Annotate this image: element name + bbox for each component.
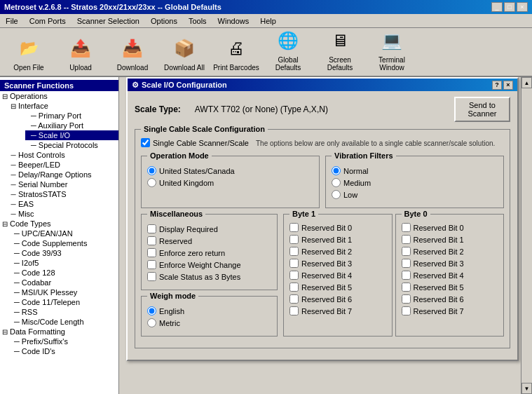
- enforce-weight-label: Enforce Weight Change: [159, 261, 241, 269]
- byte1-bit7: Reserved Bit 7: [289, 306, 386, 315]
- upload-button[interactable]: 📤 Upload: [56, 33, 105, 73]
- reserved-checkbox[interactable]: [147, 236, 156, 245]
- sidebar-item-code-supplements[interactable]: ─ Code Supplements: [8, 238, 118, 248]
- byte1-bit5-checkbox[interactable]: [289, 283, 299, 292]
- byte1-bit7-checkbox[interactable]: [289, 306, 299, 315]
- sidebar-item-auxiliary-port[interactable]: ─ Auxiliary Port: [25, 121, 118, 130]
- sidebar-item-interface[interactable]: ⊟Interface: [8, 101, 118, 111]
- operation-mode-group: Operation Mode United States/Canada Unit…: [141, 156, 320, 208]
- terminal-window-button[interactable]: 💻 Terminal Window: [367, 25, 416, 73]
- toolbar: 📂 Open File 📤 Upload 📥 Download 📦 Downlo…: [0, 28, 532, 77]
- sidebar-item-primary-port[interactable]: ─ Primary Port: [25, 111, 118, 121]
- sidebar-item-misc-code-length[interactable]: ─ Misc/Code Length: [8, 317, 118, 327]
- sidebar-item-operations[interactable]: ⊟Operations: [0, 91, 118, 101]
- maximize-button[interactable]: □: [504, 2, 515, 12]
- menu-help[interactable]: Help: [257, 16, 279, 26]
- scroll-down-arrow[interactable]: ▼: [521, 383, 532, 394]
- scale-type-value: AWTX T702 (or None) (Type A,X,N): [195, 104, 328, 114]
- menu-com-ports[interactable]: Com Ports: [27, 16, 69, 26]
- byte1-bit0-checkbox[interactable]: [289, 223, 299, 232]
- sidebar-item-rss[interactable]: ─ RSS: [8, 307, 118, 317]
- operation-vibration-row: Operation Mode United States/Canada Unit…: [141, 156, 504, 214]
- sidebar-item-prefix-suffix[interactable]: ─ Prefix/Suffix's: [8, 337, 118, 346]
- radio-us-canada-input[interactable]: [147, 166, 156, 175]
- byte0-bit0: Reserved Bit 0: [402, 223, 498, 232]
- byte0-bit7-checkbox[interactable]: [402, 306, 411, 315]
- byte1-bit6-checkbox[interactable]: [289, 294, 299, 304]
- download-button[interactable]: 📥 Download: [108, 33, 157, 73]
- open-file-label: Open File: [13, 64, 43, 72]
- byte1-bit4-checkbox[interactable]: [289, 271, 299, 280]
- screen-defaults-button[interactable]: 🖥 Screen Defaults: [315, 25, 364, 73]
- sidebar-item-delay-range[interactable]: ─Delay/Range Options: [8, 170, 118, 179]
- byte1-bit2-checkbox[interactable]: [289, 247, 299, 256]
- single-cable-checkbox-label: Single Cable Scanner/Scale: [153, 139, 249, 147]
- radio-metric-input[interactable]: [147, 318, 156, 327]
- menu-windows[interactable]: Windows: [215, 16, 252, 26]
- vibration-filters-group: Vibration Filters Normal Medium: [325, 156, 504, 208]
- sidebar-item-serial-number[interactable]: ─Serial Number: [8, 179, 118, 189]
- byte0-bit6-checkbox[interactable]: [402, 294, 411, 304]
- menu-scanner-selection[interactable]: Scanner Selection: [74, 16, 142, 26]
- radio-english-label: English: [159, 307, 184, 315]
- misc-enforce-zero: Enforce zero return: [147, 248, 271, 257]
- radio-uk-input[interactable]: [147, 178, 156, 187]
- dialog-help-button[interactable]: ?: [492, 81, 502, 90]
- close-app-button[interactable]: ×: [517, 2, 528, 12]
- sidebar-item-codabar[interactable]: ─ Codabar: [8, 278, 118, 287]
- sidebar-item-data-formatting[interactable]: ⊟Data Formatting: [0, 327, 118, 337]
- radio-medium-input[interactable]: [332, 178, 341, 187]
- sidebar-item-code-39-93[interactable]: ─ Code 39/93: [8, 248, 118, 258]
- byte1-bit3-checkbox[interactable]: [289, 259, 299, 268]
- radio-normal-input[interactable]: [332, 166, 341, 175]
- global-defaults-button[interactable]: 🌐 Global Defaults: [264, 25, 313, 73]
- sidebar-item-special-protocols[interactable]: ─ Special Protocols: [25, 140, 118, 150]
- sidebar-item-upc-ean[interactable]: ─ UPC/EAN/JAN: [8, 229, 118, 238]
- download-all-button[interactable]: 📦 Download All: [160, 33, 209, 73]
- sidebar-item-msi-plessey[interactable]: ─ MSI/UK Plessey: [8, 287, 118, 297]
- byte1-bit1-checkbox[interactable]: [289, 235, 299, 244]
- display-required-checkbox[interactable]: [147, 224, 156, 233]
- menu-tools[interactable]: Tools: [186, 16, 210, 26]
- sidebar-item-eas[interactable]: ─EAS: [8, 199, 118, 209]
- sidebar-item-beeper-led[interactable]: ─Beeper/LED: [8, 160, 118, 170]
- open-file-button[interactable]: 📂 Open File: [4, 33, 53, 73]
- screen-defaults-icon: 🖥: [326, 27, 354, 55]
- sidebar-item-misc[interactable]: ─Misc: [8, 209, 118, 219]
- byte0-bits: Reserved Bit 0 Reserved Bit 1 Reserved B…: [402, 223, 498, 315]
- byte0-bit5-checkbox[interactable]: [402, 283, 411, 292]
- misc-display-required: Display Required: [147, 224, 271, 233]
- sidebar-item-scale-io[interactable]: ─ Scale I/O: [25, 130, 118, 140]
- byte0-bit4-checkbox[interactable]: [402, 271, 411, 280]
- single-cable-checkbox[interactable]: [141, 138, 150, 147]
- minimize-button[interactable]: _: [491, 2, 503, 12]
- sidebar-item-host-controls[interactable]: ─Host Controls: [8, 150, 118, 160]
- weigh-mode-options: English Metric: [147, 306, 271, 327]
- radio-low-input[interactable]: [332, 190, 341, 199]
- byte0-bit5: Reserved Bit 5: [402, 283, 498, 292]
- scale-status-checkbox[interactable]: [147, 272, 156, 281]
- byte0-bit3-checkbox[interactable]: [402, 259, 411, 268]
- print-barcodes-button[interactable]: 🖨 Print Barcodes: [212, 33, 261, 73]
- scroll-up-arrow[interactable]: ▲: [521, 77, 532, 88]
- sidebar-item-code-types[interactable]: ⊟Code Types: [0, 219, 118, 229]
- sidebar-item-code-128[interactable]: ─ Code 128: [8, 268, 118, 278]
- menu-file[interactable]: File: [3, 16, 21, 26]
- sidebar-item-code-11[interactable]: ─ Code 11/Telepen: [8, 297, 118, 307]
- sidebar-item-i2of5[interactable]: ─ I2of5: [8, 258, 118, 268]
- operation-mode-options: United States/Canada United Kingdom: [147, 166, 313, 187]
- byte0-bit1-checkbox[interactable]: [402, 235, 411, 244]
- single-cable-section: Single Cable Scale Configuration Single …: [135, 129, 510, 348]
- send-to-scanner-button[interactable]: Send toScanner: [454, 97, 510, 122]
- byte0-bit2-checkbox[interactable]: [402, 247, 411, 256]
- sidebar-item-stratos-stats[interactable]: ─StratosSTATS: [8, 189, 118, 199]
- menu-options[interactable]: Options: [148, 16, 180, 26]
- byte1-bits: Reserved Bit 0 Reserved Bit 1 Reserved B…: [289, 223, 386, 315]
- enforce-zero-checkbox[interactable]: [147, 248, 156, 257]
- sidebar-item-code-ids[interactable]: ─ Code ID's: [8, 346, 118, 356]
- byte0-bit0-checkbox[interactable]: [402, 223, 411, 232]
- dialog-close-button[interactable]: ×: [503, 81, 513, 90]
- expander-code-types: ⊟: [0, 220, 10, 228]
- enforce-weight-checkbox[interactable]: [147, 260, 156, 269]
- radio-english-input[interactable]: [147, 306, 156, 315]
